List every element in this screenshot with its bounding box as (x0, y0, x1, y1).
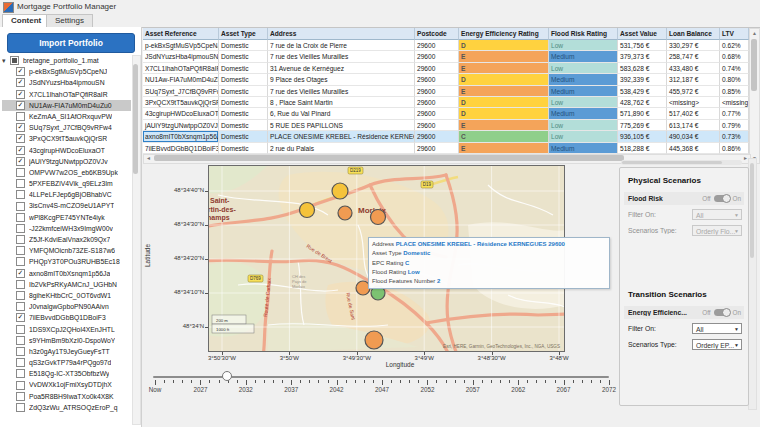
postcode-cell[interactable]: 29600 (415, 63, 459, 74)
postcode-cell[interactable]: 29600 (415, 143, 459, 154)
asset-checkbox[interactable] (16, 325, 25, 334)
asset-type-cell[interactable]: Domestic (219, 131, 268, 142)
address-cell[interactable]: 7 rue de la Croix de Pierre (268, 40, 415, 51)
tree-item[interactable]: ✓p-ekBxSgtMuSVp5CpeNJ (2, 66, 131, 77)
table-row[interactable]: 7ilEBvvdDGbBQ1DBoiF3Domestic2 rue du Pal… (143, 143, 749, 154)
asset-type-cell[interactable]: Domestic (219, 86, 268, 97)
flood-risk-cell[interactable]: Low (549, 63, 618, 74)
asset-reference-cell[interactable]: X7CL1lhahOTaPQfiR8aIR (143, 63, 219, 74)
flood-risk-cell[interactable]: Medium (549, 51, 618, 62)
asset-type-cell[interactable]: Domestic (219, 63, 268, 74)
asset-reference-cell[interactable]: jAUiY9tzgUNwtppOZ0VJv (143, 120, 219, 131)
postcode-cell[interactable]: 29600 (415, 108, 459, 119)
postcode-cell[interactable]: 29600 (415, 74, 459, 85)
asset-checkbox[interactable] (16, 381, 25, 390)
epc-rating-cell[interactable]: D (459, 108, 549, 119)
asset-marker-orange[interactable] (365, 331, 383, 349)
tree-item[interactable]: E518Qg-IC-XT35ObfbzWy (2, 368, 131, 379)
asset-checkbox[interactable] (16, 280, 25, 289)
tree-root[interactable]: ▾bretagne_portfolio_1.mat (2, 55, 131, 66)
flood-risk-switch[interactable] (714, 195, 730, 202)
tree-item[interactable]: ✓7ilEBvvdDGbBQ1DBoiF3 (2, 312, 131, 323)
table-vertical-scrollbar[interactable]: ▲ ▼ (749, 28, 760, 164)
tab-settings[interactable]: Settings (46, 14, 93, 28)
flood-risk-cell[interactable]: Medium (549, 86, 618, 97)
asset-value-cell[interactable]: 571,890 € (618, 108, 667, 119)
tree-item[interactable]: ✓JSdNYuzsHba4ipmouSN (2, 77, 131, 88)
tree-item[interactable]: 3isCnv4S-mCZO9eU1APYT (2, 200, 131, 211)
asset-checkbox[interactable] (16, 291, 25, 300)
asset-checkbox[interactable] (16, 246, 25, 255)
asset-checkbox[interactable] (16, 358, 25, 367)
switch-knob[interactable] (722, 308, 731, 317)
asset-checkbox[interactable]: ✓ (16, 146, 25, 155)
table-row[interactable]: 3PxQCX9tT5auvkQjQrSRDomestic8 , Place Sa… (143, 97, 749, 108)
asset-checkbox[interactable]: ✓ (16, 269, 25, 278)
ltv-cell[interactable]: 0.86% (720, 143, 749, 154)
ltv-cell[interactable]: 0.85% (720, 86, 749, 97)
table-row[interactable]: JSdNYuzsHba4ipmouSNDomestic7 rue des Vie… (143, 51, 749, 62)
tree-item[interactable]: -J22kmfceiWH3x9ImgW00v (2, 223, 131, 234)
epc-rating-cell[interactable]: E (459, 63, 549, 74)
tree-item[interactable]: ZdQ3zWu_ATRSOQzEroP_q (2, 402, 131, 413)
table-row[interactable]: 43cgirupHWDcoEluxaOTDomestic6, Rue du Va… (143, 108, 749, 119)
asset-value-cell[interactable]: 583,628 € (618, 63, 667, 74)
address-cell[interactable]: PLACE ONESIME KREBEL - Résidence KERNEGU… (268, 131, 415, 142)
table-row[interactable]: NU1Aw-FIA7uM0mD4uZu0Domestic9 Place des … (143, 74, 749, 85)
epc-rating-cell[interactable]: D (459, 97, 549, 108)
epc-rating-cell[interactable]: D (459, 40, 549, 51)
postcode-cell[interactable]: 29600 (415, 131, 459, 142)
ltv-cell[interactable]: 0.62% (720, 40, 749, 51)
address-cell[interactable]: 6, Rue du Val Pinard (268, 108, 415, 119)
tree-item[interactable]: YMFQMOicnb73ZE-S187w6 (2, 245, 131, 256)
asset-checkbox[interactable] (16, 302, 25, 311)
tree-item[interactable]: 8giheKHtbCrC_0OT6vdW1 (2, 290, 131, 301)
scroll-left-arrow-icon[interactable]: ◄ (144, 155, 153, 161)
asset-type-cell[interactable]: Domestic (219, 40, 268, 51)
tree-item[interactable]: J0vnalgwGpboPN90AAivn (2, 301, 131, 312)
epc-rating-cell[interactable]: E (459, 86, 549, 97)
postcode-cell[interactable]: 29600 (415, 120, 459, 131)
asset-checkbox[interactable] (16, 369, 25, 378)
tree-item[interactable]: 4LLPeLFJep6gBjOBhabVC (2, 189, 131, 200)
loan-balance-cell[interactable]: 517,402 € (667, 108, 720, 119)
asset-type-cell[interactable]: Domestic (219, 143, 268, 154)
asset-marker-orange[interactable] (371, 210, 386, 225)
asset-checkbox[interactable] (16, 235, 25, 244)
ltv-cell[interactable]: 0.80% (720, 74, 749, 85)
asset-reference-cell[interactable]: 3PxQCX9tT5auvkQjQrSR (143, 97, 219, 108)
tree-item[interactable]: ✓3PxQCX9tT5auvkQjQrSR (2, 133, 131, 144)
asset-marker-yellow[interactable] (300, 203, 315, 218)
tree-item[interactable]: KeZmAA_SI1AfORxquvPW (2, 111, 131, 122)
asset-marker-yellow[interactable] (332, 183, 348, 199)
loan-balance-cell[interactable]: 258,747 € (667, 51, 720, 62)
asset-type-cell[interactable]: Domestic (219, 97, 268, 108)
loan-balance-cell[interactable]: 330,297 € (667, 40, 720, 51)
tree-item[interactable]: Poa5R8BH9IwaTXo0k4X8K (2, 391, 131, 402)
table-row[interactable]: SUq7Syxt_J7CfBQ9vRFw4Domestic7 rue des V… (143, 86, 749, 97)
asset-reference-cell[interactable]: 43cgirupHWDcoEluxaOT (143, 108, 219, 119)
tree-item[interactable]: ✓X7CL1lhahOTaPQfiR8aIR (2, 89, 131, 100)
asset-checkbox[interactable] (16, 336, 25, 345)
epc-rating-cell[interactable]: E (459, 143, 549, 154)
tree-item[interactable]: wPl8KcgPE745YNTe4iyk (2, 212, 131, 223)
flood-risk-cell[interactable]: Medium (549, 74, 618, 85)
tree-item[interactable]: 1DS9XCpJ2QHol4XEnJHTL (2, 324, 131, 335)
asset-type-cell[interactable]: Domestic (219, 51, 268, 62)
table-row[interactable]: X7CL1lhahOTaPQfiR8aIRDomestic31 Avenue d… (143, 63, 749, 74)
asset-value-cell[interactable]: 538,429 € (618, 86, 667, 97)
tree-item[interactable]: Z5Jf-KdviEaiVnax2k09Qx7 (2, 234, 131, 245)
table-hscroll-thumb[interactable] (154, 155, 624, 161)
asset-checkbox[interactable] (16, 112, 25, 121)
ltv-cell[interactable]: 0.74% (720, 63, 749, 74)
asset-value-cell[interactable]: 531,756 € (618, 40, 667, 51)
postcode-cell[interactable]: 29600 (415, 40, 459, 51)
asset-checkbox[interactable]: ✓ (16, 313, 25, 322)
epc-rating-cell[interactable]: D (459, 74, 549, 85)
asset-reference-cell[interactable]: SUq7Syxt_J7CfBQ9vRFw4 (143, 86, 219, 97)
import-portfolio-button[interactable]: Import Portfolio (7, 33, 135, 53)
asset-marker-orange[interactable] (338, 206, 352, 220)
asset-value-cell[interactable]: 518,288 € (618, 143, 667, 154)
transition-scenario-type-dropdown[interactable]: Orderly EP...▼ (692, 339, 742, 350)
slider-knob[interactable] (222, 371, 232, 381)
